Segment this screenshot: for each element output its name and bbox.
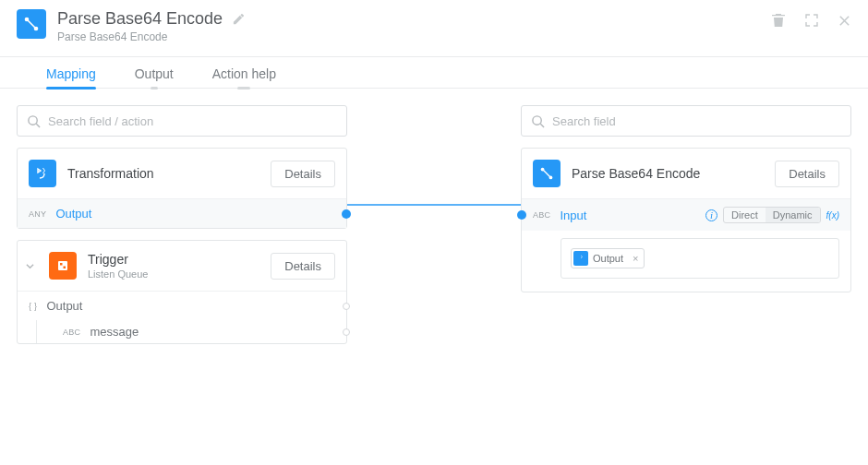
search-right[interactable] <box>521 105 851 137</box>
info-icon[interactable]: i <box>705 209 717 221</box>
mapping-pane: Transformation Details ANY Output Trigge… <box>0 89 868 361</box>
tab-output[interactable]: Output <box>135 66 174 89</box>
app-icon <box>17 9 46 39</box>
fx-button[interactable]: f(x) <box>826 210 839 221</box>
svg-point-4 <box>29 115 37 124</box>
card-parse: Parse Base64 Encode Details ABC Input i … <box>521 148 851 292</box>
search-icon <box>531 114 545 128</box>
mode-segmented: Direct Dynamic <box>723 207 821 223</box>
card-title: Trigger <box>88 252 259 267</box>
chip-remove-icon[interactable]: × <box>627 253 644 264</box>
output-row[interactable]: ANY Output <box>18 198 346 228</box>
input-label: Input <box>560 209 586 222</box>
details-button[interactable]: Details <box>271 253 335 280</box>
search-icon <box>27 114 41 128</box>
tab-mapping[interactable]: Mapping <box>46 66 96 89</box>
output-port[interactable] <box>342 209 351 219</box>
details-button[interactable]: Details <box>775 161 839 187</box>
input-port[interactable] <box>517 210 526 220</box>
card-trigger: Trigger Listen Queue Details { } Output … <box>17 240 347 344</box>
card-transformation: Transformation Details ANY Output <box>17 148 347 229</box>
type-badge: ABC <box>533 210 550 220</box>
tabs: Mapping Output Action help <box>0 57 868 89</box>
input-value-box[interactable]: Output × <box>561 238 839 279</box>
mapping-chip: Output × <box>571 248 645 268</box>
type-badge: { } <box>29 302 37 311</box>
chip-icon <box>573 251 588 266</box>
chevron-down-icon[interactable] <box>21 262 38 270</box>
trash-icon[interactable] <box>771 13 786 28</box>
svg-line-10 <box>540 124 544 127</box>
details-button[interactable]: Details <box>271 161 335 187</box>
svg-rect-6 <box>58 261 67 270</box>
message-row[interactable]: ABC message <box>36 320 346 343</box>
svg-line-5 <box>36 124 40 127</box>
svg-line-2 <box>27 19 36 29</box>
right-column: Parse Base64 Encode Details ABC Input i … <box>521 105 851 344</box>
fullscreen-icon[interactable] <box>804 13 819 28</box>
seg-direct[interactable]: Direct <box>724 208 766 222</box>
trigger-icon <box>49 252 77 280</box>
output-port[interactable] <box>343 328 350 336</box>
input-row[interactable]: ABC Input i Direct Dynamic f(x) <box>522 198 850 231</box>
search-input-right[interactable] <box>552 114 841 128</box>
parse-icon <box>533 160 561 187</box>
search-input-left[interactable] <box>48 114 337 128</box>
svg-line-13 <box>543 170 551 178</box>
svg-rect-8 <box>64 267 66 269</box>
type-badge: ANY <box>29 209 46 219</box>
page-subtitle: Parse Base64 Encode <box>57 30 771 43</box>
search-left[interactable] <box>17 105 347 137</box>
message-label: message <box>90 325 139 339</box>
page-header: Parse Base64 Encode Parse Base64 Encode <box>0 0 868 51</box>
output-port[interactable] <box>343 303 350 310</box>
close-icon[interactable] <box>838 14 851 28</box>
trigger-output-row[interactable]: { } Output <box>18 291 346 320</box>
tab-action-help[interactable]: Action help <box>212 66 276 89</box>
card-title: Transformation <box>67 166 259 181</box>
type-badge: ABC <box>63 328 80 337</box>
page-title: Parse Base64 Encode <box>57 9 223 29</box>
svg-rect-7 <box>60 263 63 266</box>
output-label: Output <box>55 207 91 221</box>
chip-label: Output <box>593 253 627 264</box>
svg-point-9 <box>533 115 541 124</box>
edit-icon[interactable] <box>232 12 246 26</box>
seg-dynamic[interactable]: Dynamic <box>766 208 820 222</box>
card-subtitle: Listen Queue <box>88 268 259 280</box>
card-title: Parse Base64 Encode <box>572 166 764 181</box>
output-label: Output <box>46 299 82 313</box>
left-column: Transformation Details ANY Output Trigge… <box>17 105 347 344</box>
transformation-icon <box>29 160 56 187</box>
